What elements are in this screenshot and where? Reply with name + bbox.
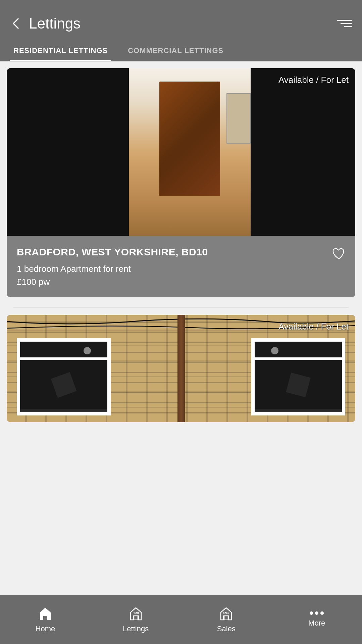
- status-badge-2: Available / For Let: [278, 321, 349, 332]
- property-image-2: Available / For Let: [7, 315, 355, 422]
- page-title: Lettings: [29, 15, 337, 32]
- rent-icon: RENT: [128, 606, 144, 622]
- nav-lettings-label: Lettings: [123, 625, 149, 633]
- nav-more-label: More: [308, 619, 325, 628]
- svg-text:RENT: RENT: [133, 612, 139, 614]
- pipe-lower: [177, 358, 185, 422]
- nav-more[interactable]: More: [271, 611, 362, 628]
- more-icon: [310, 611, 324, 615]
- sale-icon: SALE: [218, 606, 234, 622]
- bottom-navigation: Home RENT Lettings SALE Sales More: [0, 595, 362, 644]
- nav-sales[interactable]: SALE Sales: [181, 606, 272, 633]
- window-right: [251, 338, 345, 415]
- property-image: Available / For Let: [7, 68, 355, 236]
- property-card-2[interactable]: Available / For Let: [7, 315, 355, 422]
- property-address-1: BRADFORD, WEST YORKSHIRE, BD10: [17, 245, 345, 258]
- back-button[interactable]: [10, 17, 22, 30]
- card-divider: [13, 307, 349, 308]
- tab-residential-lettings[interactable]: RESIDENTIAL LETTINGS: [10, 40, 111, 61]
- svg-text:SALE: SALE: [223, 612, 229, 614]
- property-price-1: £100 pw: [17, 277, 345, 287]
- fixture-left: [84, 347, 91, 354]
- property-info-1: BRADFORD, WEST YORKSHIRE, BD10 1 bedroom…: [7, 236, 355, 297]
- home-icon: [37, 606, 53, 622]
- status-badge-1: Available / For Let: [278, 75, 349, 85]
- nav-home-label: Home: [36, 625, 55, 633]
- tab-commercial-lettings[interactable]: COMMERCIAL LETTINGS: [124, 40, 227, 61]
- filter-icon: [337, 20, 352, 27]
- property-description-1: 1 bedroom Apartment for rent: [17, 264, 345, 274]
- nav-home[interactable]: Home: [0, 606, 91, 633]
- nav-sales-label: Sales: [217, 625, 236, 633]
- property-card[interactable]: Available / For Let BRADFORD, WEST YORKS…: [7, 68, 355, 297]
- favorite-button-1[interactable]: [330, 245, 347, 262]
- content-area: Available / For Let BRADFORD, WEST YORKS…: [0, 61, 362, 439]
- filter-button[interactable]: [337, 20, 352, 27]
- app-header: Lettings: [0, 0, 362, 40]
- nav-lettings[interactable]: RENT Lettings: [91, 606, 181, 633]
- heart-icon: [332, 247, 346, 261]
- window-left: [17, 338, 111, 415]
- tabs-bar: RESIDENTIAL LETTINGS COMMERCIAL LETTINGS: [0, 40, 362, 61]
